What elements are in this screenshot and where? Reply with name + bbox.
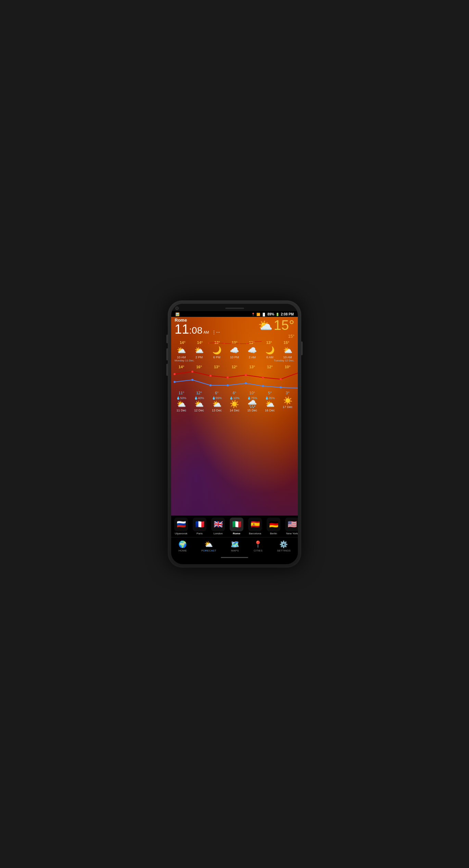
nav-icon-settings: ⚙️ <box>279 540 288 548</box>
city-flag-item-5[interactable]: 🇩🇪Berlin <box>265 518 282 535</box>
status-right: 📍 📶 ▐▌ 89% 🔋 2:08 PM <box>251 312 294 316</box>
seven-day-row: 💧50%⛅11 Dec💧40%⛅12 Dec💧55%⛅13 Dec💧10%☀️1… <box>171 396 298 412</box>
time-colon: : <box>189 325 192 336</box>
mute-button[interactable] <box>166 335 168 343</box>
svg-point-6 <box>254 341 255 342</box>
nav-item-settings[interactable]: ⚙️SETTINGS <box>274 540 294 553</box>
city-flag-item-4[interactable]: 🇪🇸Barcelona <box>246 518 264 535</box>
daily-low-temp-5: 5° <box>262 391 278 395</box>
nav-item-home[interactable]: 🌍HOME <box>175 540 190 553</box>
hourly-weather-icon-3: ☁️ <box>230 346 239 355</box>
day-precip-2: 💧55% <box>212 396 222 400</box>
city-flag-item-0[interactable]: 🇷🇺Ulyanovsk <box>173 518 190 535</box>
day-label-3: 14 Dec <box>230 409 240 412</box>
nav-label-settings: SETTINGS <box>277 549 291 552</box>
current-weather-section: ⛅ 15° 15° <box>258 318 295 339</box>
hourly-weather-icon-6: ⛅ <box>283 346 292 355</box>
weather-main: Rome 11 : 08 AM ⋮⋯ ⛅ 15° 15° <box>171 317 298 516</box>
day-icon-1: ⛅ <box>194 400 204 409</box>
hourly-weather-icon-0: ⛅ <box>177 346 186 355</box>
home-indicator-bar <box>171 556 298 559</box>
time-ampm: AM <box>203 330 209 334</box>
speaker-bar <box>225 308 244 309</box>
svg-point-16 <box>210 384 212 386</box>
day-label-0: 11 Dec <box>177 409 187 412</box>
hourly-item-2: 🌙6 PM <box>208 346 225 359</box>
cities-flags-section[interactable]: 🇷🇺Ulyanovsk🇫🇷Paris🇬🇧London🇮🇹Rome🇪🇸Barcel… <box>171 516 298 537</box>
city-flag-item-6[interactable]: 🇺🇸New York <box>283 518 298 535</box>
day-precip-4: 💧75% <box>247 396 257 400</box>
day-label-2: 13 Dec <box>212 409 222 412</box>
volume-down-button[interactable] <box>166 364 168 376</box>
daily-low-temp-2: 6° <box>209 391 225 395</box>
power-button[interactable] <box>301 342 303 355</box>
flag-0: 🇷🇺 <box>174 518 188 531</box>
time-display: 11 : 08 AM ⋮⋯ <box>175 323 220 336</box>
time-minutes: 08 <box>192 325 202 336</box>
hourly-weather-icon-1: ⛅ <box>194 346 204 355</box>
svg-point-17 <box>227 384 229 386</box>
nav-label-cities: CITIES <box>254 549 263 552</box>
city-flag-item-3[interactable]: 🇮🇹Rome <box>228 518 245 535</box>
flag-1: 🇫🇷 <box>193 518 206 531</box>
day-label-4: 15 Dec <box>247 409 257 412</box>
day-item-1: 💧40%⛅12 Dec <box>191 396 208 412</box>
hourly-icons-row: ⛅10 AM⛅2 PM🌙6 PM☁️10 PM☁️2 AM🌙6 AM⛅10 AM <box>171 346 298 359</box>
temp-chart-svg <box>171 340 298 345</box>
hourly-time-5: 6 AM <box>266 356 274 359</box>
nav-icon-maps: 🗺️ <box>231 540 239 548</box>
share-icon[interactable]: ⋮⋯ <box>212 330 220 335</box>
hourly-time-6: 10 AM <box>283 356 292 359</box>
wallpaper-icon: 🖼️ <box>175 312 179 316</box>
hourly-item-1: ⛅2 PM <box>191 346 208 359</box>
day-item-4: 💧75%🌧️15 Dec <box>244 396 261 412</box>
hourly-time-4: 2 AM <box>249 356 256 359</box>
hourly-item-0: ⛅10 AM <box>173 346 190 359</box>
city-flag-item-1[interactable]: 🇫🇷Paris <box>191 518 208 535</box>
day-icon-6: ☀️ <box>283 396 292 405</box>
day-label-6: 17 Dec <box>283 405 293 409</box>
nav-item-maps[interactable]: 🗺️MAPS <box>227 540 243 553</box>
daily-forecast-section: 14°16°13°12°13°12°10° <box>171 365 298 395</box>
hourly-time-3: 10 PM <box>230 356 239 359</box>
battery-icon: 🔋 <box>276 313 279 316</box>
nav-item-cities[interactable]: 📍CITIES <box>250 540 266 553</box>
volume-up-button[interactable] <box>166 348 168 360</box>
nav-label-maps: MAPS <box>231 549 239 552</box>
seven-day-section: 💧50%⛅11 Dec💧40%⛅12 Dec💧55%⛅13 Dec💧10%☀️1… <box>171 395 298 413</box>
svg-point-13 <box>280 378 282 380</box>
hourly-item-6: ⛅10 AM <box>279 346 296 359</box>
svg-point-7 <box>174 373 176 375</box>
phone-outer: 🖼️ 📍 📶 ▐▌ 89% 🔋 2:08 PM Rome 11 : <box>168 300 301 568</box>
current-weather-icon: ⛅ <box>258 319 272 332</box>
daily-low-row: 11°12°6°6°10°5°3° <box>171 391 298 395</box>
city-flag-item-2[interactable]: 🇬🇧London <box>210 518 227 535</box>
daily-high-temp-4: 13° <box>244 365 260 369</box>
day-precip-3: 💧10% <box>229 396 239 400</box>
nav-item-forecast[interactable]: ⛅FORECAST <box>198 540 220 553</box>
date-labels: Monday 11 Dec. Tuesday 12 Dec. <box>171 359 298 362</box>
weather-top-section: Rome 11 : 08 AM ⋮⋯ ⛅ 15° 15° <box>171 317 298 340</box>
hourly-item-5: 🌙6 AM <box>261 346 278 359</box>
daily-high-temp-2: 13° <box>209 365 225 369</box>
feels-like-value: 15° <box>288 334 294 339</box>
svg-point-2 <box>224 343 225 344</box>
nav-icon-home: 🌍 <box>178 540 187 548</box>
daily-low-temp-1: 12° <box>191 391 207 395</box>
feels-like-temp: 15° <box>288 333 294 339</box>
flag-4: 🇪🇸 <box>248 518 262 531</box>
daily-low-temp-3: 6° <box>227 391 242 395</box>
hourly-item-4: ☁️2 AM <box>244 346 261 359</box>
day-icon-0: ⛅ <box>177 400 186 409</box>
flag-city-name-2: London <box>214 532 223 535</box>
daily-chart-svg <box>171 369 298 389</box>
svg-point-10 <box>227 376 229 379</box>
location-icon: 📍 <box>251 313 255 316</box>
date-left: Monday 11 Dec. <box>175 359 194 362</box>
svg-point-3 <box>231 343 232 344</box>
day-label-1: 12 Dec <box>194 409 204 412</box>
status-left: 🖼️ <box>175 312 179 316</box>
day-icon-2: ⛅ <box>212 400 221 409</box>
svg-point-14 <box>174 381 176 383</box>
day-item-0: 💧50%⛅11 Dec <box>173 396 190 412</box>
